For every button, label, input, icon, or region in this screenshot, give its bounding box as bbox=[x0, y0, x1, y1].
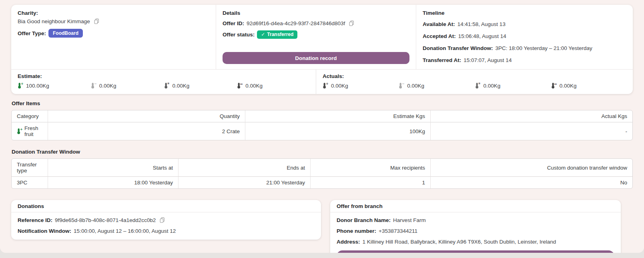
column-header-custom-window: Custom donation transfer window bbox=[431, 159, 632, 177]
copy-icon bbox=[94, 18, 99, 24]
actuals-summary: Actuals: + 0.00Kg bbox=[316, 70, 633, 94]
timeline-label: Donation Transfer Window: bbox=[423, 45, 493, 51]
copy-reference-id-button[interactable] bbox=[158, 217, 165, 223]
column-header-quantity: Quantity bbox=[48, 110, 245, 122]
thermometer-hot-icon: ııı bbox=[237, 82, 242, 89]
column-header-starts-at: Starts at bbox=[48, 159, 179, 177]
offer-from-branch-title: Offer from branch bbox=[330, 200, 621, 212]
donations-title: Donations bbox=[11, 200, 321, 212]
estimate-ambient-item: + 100.00Kg bbox=[18, 82, 91, 89]
offer-status-text: Transferred bbox=[267, 32, 293, 37]
timeline-value: 3PC: 18:00 Yesterday – 21:00 Yesterday bbox=[495, 45, 592, 51]
timeline-row: Accepted At: 15:06:48, August 14 bbox=[423, 32, 626, 40]
column-header-actual-kgs: Actual Kgs bbox=[431, 110, 632, 122]
svg-text:*: * bbox=[478, 82, 481, 86]
thermometer-frozen-icon: * bbox=[475, 82, 480, 89]
charity-label: Charity: bbox=[18, 10, 209, 16]
details-title: Details bbox=[223, 10, 409, 16]
actuals-chilled-value: 0.00Kg bbox=[407, 83, 424, 89]
charity-name: Bia Good neighbour Kimmage bbox=[18, 18, 90, 24]
copy-offer-id-button[interactable] bbox=[347, 20, 354, 26]
estimate-frozen-value: 0.00Kg bbox=[173, 83, 190, 89]
custom-window-value: No bbox=[431, 177, 632, 188]
copy-icon bbox=[349, 20, 354, 26]
estimate-hot-item: ııı 0.00Kg bbox=[237, 82, 310, 89]
phone-number-label: Phone number: bbox=[337, 228, 376, 234]
thermometer-frozen-icon: * bbox=[164, 82, 169, 89]
thermometer-chilled-icon: − bbox=[91, 82, 96, 89]
thermometer-ambient-icon: + bbox=[18, 82, 23, 89]
offer-type-badge: FoodBoard bbox=[48, 29, 83, 38]
thermometer-ambient-icon: + bbox=[323, 82, 328, 89]
column-header-estimate-kgs: Estimate Kgs bbox=[245, 110, 431, 122]
timeline-row: Available At: 14:41:58, August 13 bbox=[423, 20, 626, 28]
offer-id-value: 92d69f16-d4ea-4c29-93f7-2847846d803f bbox=[247, 20, 345, 26]
timeline-value: 14:41:58, August 13 bbox=[457, 21, 506, 27]
transfer-type-value: 3PC bbox=[12, 177, 48, 188]
thermometer-chilled-icon: − bbox=[399, 82, 404, 89]
timeline-label: Transferred At: bbox=[423, 57, 461, 63]
offer-status-badge: ✓ Transferred bbox=[257, 30, 297, 39]
donor-branch-name-label: Donor Branch Name: bbox=[337, 217, 391, 223]
actuals-ambient-item: + 0.00Kg bbox=[323, 82, 399, 89]
svg-text:ııı: ııı bbox=[240, 82, 243, 85]
actuals-frozen-value: 0.00Kg bbox=[484, 83, 501, 89]
actuals-hot-item: ııı 0.00Kg bbox=[551, 82, 627, 89]
estimate-summary: Estimate: + 100.00Kg bbox=[11, 70, 316, 94]
copy-charity-name-button[interactable] bbox=[92, 18, 99, 24]
thermometer-hot-icon: ııı bbox=[551, 82, 556, 89]
svg-text:*: * bbox=[167, 82, 170, 86]
thermometer-ambient-icon: + bbox=[17, 128, 22, 134]
notification-window-label: Notification Window: bbox=[18, 228, 71, 234]
estimate-chilled-value: 0.00Kg bbox=[99, 83, 116, 89]
offer-items-table: Category Quantity Estimate Kgs Actual Kg… bbox=[11, 110, 633, 140]
offer-item-actual-kgs: - bbox=[431, 122, 632, 140]
offer-status-label: Offer status: bbox=[223, 32, 255, 38]
offer-items-title: Offer Items bbox=[12, 100, 633, 106]
column-header-ends-at: Ends at bbox=[179, 159, 311, 177]
actuals-chilled-item: − 0.00Kg bbox=[399, 82, 475, 89]
address-value: 1 Killiney Hill Road, Ballybrack, Killin… bbox=[363, 239, 556, 245]
phone-number-value: +353873344211 bbox=[379, 228, 417, 234]
transfer-window-table: Transfer type Starts at Ends at Max reci… bbox=[11, 158, 633, 189]
charity-section: Charity: Bia Good neighbour Kimmage Offe… bbox=[11, 5, 216, 69]
offer-detail-page: Charity: Bia Good neighbour Kimmage Offe… bbox=[0, 0, 644, 253]
open-map-button[interactable]: Open map bbox=[337, 250, 614, 253]
timeline-title: Timeline bbox=[423, 10, 626, 16]
offer-type-label: Offer Type: bbox=[18, 30, 46, 36]
notification-window-value: 15:00:00, August 12 – 16:00:00, August 1… bbox=[74, 228, 176, 234]
donation-record-button[interactable]: Donation record bbox=[223, 52, 409, 64]
actuals-hot-value: 0.00Kg bbox=[560, 83, 577, 89]
transfer-window-title: Donation Transfer Window bbox=[12, 149, 633, 155]
svg-text:−: − bbox=[94, 82, 97, 86]
donor-branch-name-value: Harvest Farm bbox=[393, 217, 426, 223]
donations-card: Donations Reference ID: 9f9de65d-8b7b-40… bbox=[11, 200, 321, 240]
offer-item-quantity: 2 Crate bbox=[48, 122, 245, 140]
timeline-row: Transferred At: 15:07:07, August 14 bbox=[423, 56, 626, 64]
timeline-label: Available At: bbox=[423, 21, 455, 27]
address-label: Address: bbox=[337, 239, 360, 245]
estimate-ambient-value: 100.00Kg bbox=[26, 83, 49, 89]
estimate-frozen-item: * 0.00Kg bbox=[164, 82, 237, 89]
details-section: Details Offer ID: 92d69f16-d4ea-4c29-93f… bbox=[216, 5, 416, 69]
reference-id-label: Reference ID: bbox=[18, 217, 52, 223]
svg-text:−: − bbox=[402, 82, 405, 86]
offer-id-label: Offer ID: bbox=[223, 20, 244, 26]
max-recipients-value: 1 bbox=[311, 177, 431, 188]
column-header-transfer-type: Transfer type bbox=[12, 159, 48, 177]
weights-summary-row: Estimate: + 100.00Kg bbox=[11, 69, 633, 94]
column-header-category: Category bbox=[12, 110, 48, 122]
reference-id-value: 9f9de65d-8b7b-408c-8071-4a1edd2cc0b2 bbox=[55, 217, 156, 223]
timeline-label: Accepted At: bbox=[423, 33, 456, 39]
actuals-label: Actuals: bbox=[323, 73, 633, 79]
svg-text:ııı: ııı bbox=[554, 82, 557, 85]
svg-text:+: + bbox=[326, 82, 329, 86]
estimate-label: Estimate: bbox=[18, 73, 316, 79]
estimate-hot-value: 0.00Kg bbox=[245, 83, 263, 89]
offer-header-top: Charity: Bia Good neighbour Kimmage Offe… bbox=[11, 5, 633, 69]
offer-item-category: Fresh fruit bbox=[24, 125, 42, 137]
timeline-section: Timeline Available At: 14:41:58, August … bbox=[416, 5, 633, 69]
starts-at-value: 18:00 Yesterday bbox=[48, 177, 179, 188]
ends-at-value: 21:00 Yesterday bbox=[179, 177, 311, 188]
offer-item-estimate-kgs: 100Kg bbox=[245, 122, 431, 140]
